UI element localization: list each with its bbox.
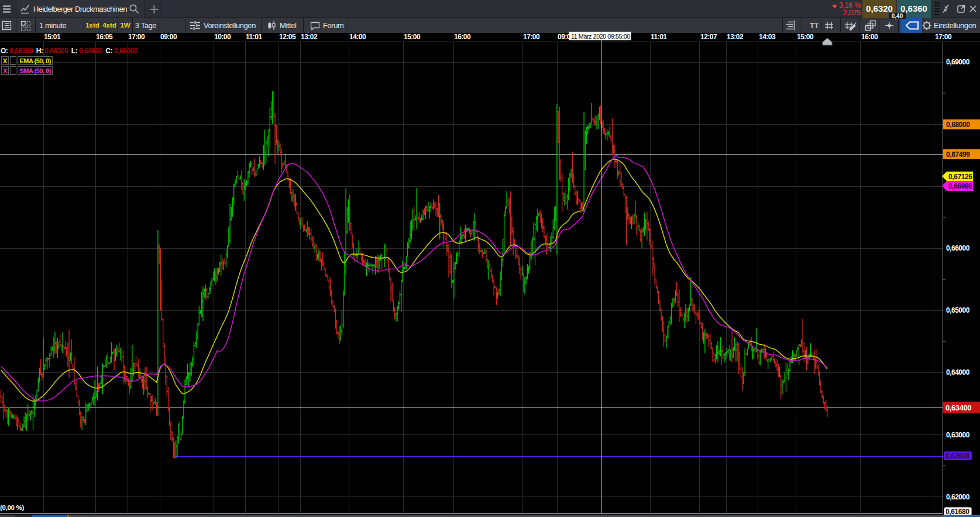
svg-text:0,68000: 0,68000 — [946, 121, 970, 129]
svg-text:0,62000: 0,62000 — [946, 493, 970, 501]
svg-text:10:00: 10:00 — [214, 33, 231, 41]
svg-text:17:00: 17:00 — [935, 33, 952, 41]
svg-text:14:00: 14:00 — [349, 33, 366, 41]
svg-text:0,66986: 0,66986 — [948, 182, 972, 190]
svg-text:14:03: 14:03 — [759, 33, 776, 41]
svg-text:0,63000: 0,63000 — [946, 431, 970, 439]
svg-text:11:01: 11:01 — [651, 33, 667, 41]
svg-text:17:00: 17:00 — [128, 33, 145, 41]
svg-text:12:05: 12:05 — [279, 33, 296, 41]
svg-text:0,67499: 0,67499 — [946, 150, 970, 159]
svg-text:13:02: 13:02 — [301, 33, 318, 41]
svg-text:0,63400: 0,63400 — [945, 403, 971, 412]
svg-text:15:01: 15:01 — [44, 33, 61, 41]
svg-text:16:00: 16:00 — [454, 33, 471, 41]
svg-text:16:05: 16:05 — [96, 33, 113, 41]
svg-text:15:00: 15:00 — [797, 33, 814, 41]
svg-text:11:01: 11:01 — [246, 33, 262, 41]
svg-text:0,65000: 0,65000 — [946, 306, 970, 314]
svg-text:0,69000: 0,69000 — [946, 58, 970, 66]
svg-text:17:00: 17:00 — [523, 33, 540, 41]
svg-text:0,64000: 0,64000 — [946, 368, 970, 376]
svg-text:0,67126: 0,67126 — [948, 173, 972, 181]
svg-text:0,62608: 0,62608 — [945, 452, 969, 460]
svg-text:16:00: 16:00 — [861, 33, 878, 41]
svg-text:13:02: 13:02 — [727, 33, 744, 41]
svg-text:12:07: 12:07 — [700, 33, 717, 41]
svg-text:15:00: 15:00 — [404, 33, 421, 41]
svg-text:0,66000: 0,66000 — [946, 244, 970, 252]
svg-text:09:00: 09:00 — [160, 33, 177, 41]
svg-text:11 März 2020 09:55:00: 11 März 2020 09:55:00 — [571, 33, 630, 40]
